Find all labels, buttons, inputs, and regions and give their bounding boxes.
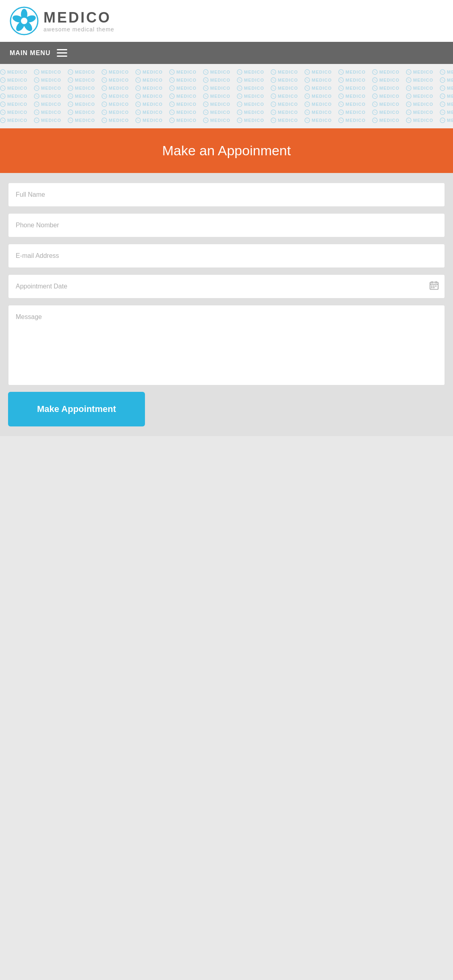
pattern-item: MEDICO	[0, 101, 27, 107]
pattern-item: MEDICO	[372, 77, 399, 83]
pattern-item: MEDICO	[304, 109, 332, 115]
pattern-item: MEDICO	[440, 109, 453, 115]
pattern-item: MEDICO	[372, 85, 399, 91]
pattern-item: MEDICO	[440, 117, 453, 123]
pattern-item: MEDICO	[135, 109, 163, 115]
pattern-item: MEDICO	[34, 101, 61, 107]
pattern-item: MEDICO	[0, 77, 27, 83]
pattern-item: MEDICO	[135, 101, 163, 107]
pattern-item: MEDICO	[406, 77, 433, 83]
pattern-item: MEDICO	[169, 117, 197, 123]
pattern-item: MEDICO	[169, 69, 197, 75]
nav-bar: MAIN MENU	[0, 42, 453, 64]
pattern-item: MEDICO	[169, 85, 197, 91]
pattern-item: MEDICO	[304, 101, 332, 107]
pattern-item: MEDICO	[406, 69, 433, 75]
pattern-item: MEDICO	[68, 117, 95, 123]
pattern-item: MEDICO	[101, 69, 129, 75]
full-name-input[interactable]	[8, 183, 445, 207]
pattern-item: MEDICO	[237, 69, 264, 75]
pattern-item: MEDICO	[271, 109, 298, 115]
pattern-item: MEDICO	[169, 93, 197, 99]
page-title: Make an Appoinment	[10, 143, 443, 159]
message-textarea[interactable]	[8, 305, 445, 385]
pattern-item: MEDICO	[271, 117, 298, 123]
pattern-item: MEDICO	[406, 85, 433, 91]
pattern-item: MEDICO	[34, 117, 61, 123]
svg-point-6	[21, 18, 27, 24]
pattern-item: MEDICO	[338, 101, 366, 107]
pattern-item: MEDICO	[169, 101, 197, 107]
pattern-item: MEDICO	[0, 69, 27, 75]
pattern-item: MEDICO	[101, 109, 129, 115]
pattern-item: MEDICO	[203, 69, 230, 75]
pattern-item: MEDICO	[440, 85, 453, 91]
pattern-item: MEDICO	[237, 77, 264, 83]
menu-line-3	[57, 56, 67, 57]
pattern-item: MEDICO	[271, 69, 298, 75]
pattern-item: MEDICO	[135, 117, 163, 123]
pattern-item: MEDICO	[169, 77, 197, 83]
pattern-item: MEDICO	[440, 93, 453, 99]
pattern-item: MEDICO	[372, 101, 399, 107]
pattern-item: MEDICO	[34, 69, 61, 75]
menu-toggle-button[interactable]	[57, 49, 67, 57]
pattern-item: MEDICO	[68, 85, 95, 91]
pattern-item: MEDICO	[68, 69, 95, 75]
pattern-item: MEDICO	[372, 117, 399, 123]
page-title-section: Make an Appoinment	[0, 128, 453, 173]
pattern-item: MEDICO	[34, 93, 61, 99]
main-menu-label: MAIN MENU	[10, 49, 50, 57]
pattern-item: MEDICO	[271, 101, 298, 107]
pattern-item: MEDICO	[271, 77, 298, 83]
pattern-item: MEDICO	[440, 101, 453, 107]
make-appointment-button[interactable]: Make Appointment	[8, 392, 145, 426]
pattern-item: MEDICO	[271, 85, 298, 91]
pattern-item: MEDICO	[101, 85, 129, 91]
menu-line-2	[57, 52, 67, 54]
pattern-item: MEDICO	[440, 69, 453, 75]
logo-text-container: MEDICO awesome medical theme	[43, 9, 114, 33]
menu-line-1	[57, 49, 67, 50]
pattern-item: MEDICO	[237, 117, 264, 123]
pattern-item: MEDICO	[237, 85, 264, 91]
pattern-item: MEDICO	[169, 109, 197, 115]
pattern-item: MEDICO	[0, 109, 27, 115]
pattern-item: MEDICO	[203, 101, 230, 107]
pattern-item: MEDICO	[372, 109, 399, 115]
pattern-item: MEDICO	[135, 93, 163, 99]
pattern-item: MEDICO	[101, 117, 129, 123]
header: MEDICO awesome medical theme	[0, 0, 453, 42]
pattern-item: MEDICO	[440, 77, 453, 83]
pattern-item: MEDICO	[68, 109, 95, 115]
pattern-item: MEDICO	[68, 101, 95, 107]
email-input[interactable]	[8, 244, 445, 268]
logo-icon	[10, 6, 39, 35]
pattern-item: MEDICO	[34, 85, 61, 91]
pattern-item: MEDICO	[203, 85, 230, 91]
pattern-item: MEDICO	[406, 101, 433, 107]
pattern-item: MEDICO	[271, 93, 298, 99]
logo-subtitle: awesome medical theme	[43, 26, 114, 33]
pattern-item: MEDICO	[304, 117, 332, 123]
pattern-item: MEDICO	[237, 109, 264, 115]
pattern-item: MEDICO	[0, 93, 27, 99]
logo-title: MEDICO	[43, 9, 114, 26]
appointment-date-input[interactable]	[8, 274, 445, 299]
pattern-item: MEDICO	[203, 93, 230, 99]
phone-input[interactable]	[8, 213, 445, 237]
pattern-item: MEDICO	[101, 77, 129, 83]
pattern-item: MEDICO	[68, 93, 95, 99]
pattern-item: MEDICO	[34, 77, 61, 83]
pattern-item: MEDICO	[406, 109, 433, 115]
pattern-item: MEDICO	[406, 117, 433, 123]
pattern-item: MEDICO	[0, 117, 27, 123]
pattern-item: MEDICO	[101, 93, 129, 99]
pattern-item: MEDICO	[237, 93, 264, 99]
pattern-item: MEDICO	[34, 109, 61, 115]
pattern-item: MEDICO	[203, 117, 230, 123]
pattern-item: MEDICO	[372, 93, 399, 99]
pattern-item: MEDICO	[0, 85, 27, 91]
pattern-item: MEDICO	[304, 93, 332, 99]
pattern-item: MEDICO	[68, 77, 95, 83]
